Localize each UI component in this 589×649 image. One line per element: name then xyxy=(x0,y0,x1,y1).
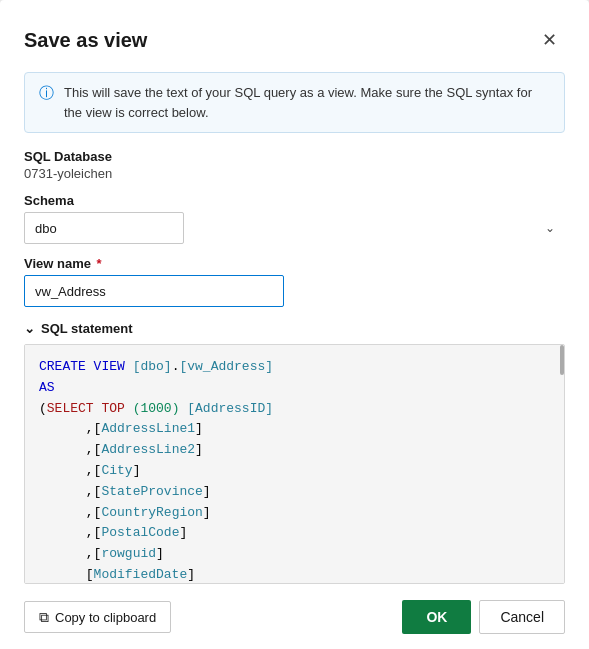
copy-to-clipboard-button[interactable]: ⧉ Copy to clipboard xyxy=(24,601,171,633)
dialog-header: Save as view ✕ xyxy=(24,24,565,56)
schema-select-wrapper: dbo sys guest ⌄ xyxy=(24,212,565,244)
sql-line-3: (SELECT TOP (1000) [AddressID] xyxy=(39,399,550,420)
cancel-button[interactable]: Cancel xyxy=(479,600,565,634)
sql-database-section: SQL Database 0731-yoleichen xyxy=(24,149,565,193)
sql-statement-label: SQL statement xyxy=(41,321,133,336)
schema-select[interactable]: dbo sys guest xyxy=(24,212,184,244)
sql-line-1: CREATE VIEW [dbo].[vw_Address] xyxy=(39,357,550,378)
sql-statement-box: CREATE VIEW [dbo].[vw_Address] AS (SELEC… xyxy=(24,344,565,584)
sql-line-7: ,[StateProvince] xyxy=(39,482,550,503)
view-name-label: View name * xyxy=(24,256,565,271)
sql-line-2: AS xyxy=(39,378,550,399)
sql-line-11: [ModifiedDate] xyxy=(39,565,550,584)
sql-statement-toggle[interactable]: ⌄ SQL statement xyxy=(24,321,565,336)
dialog-footer: ⧉ Copy to clipboard OK Cancel xyxy=(24,600,565,634)
required-indicator: * xyxy=(93,256,102,271)
sql-line-4: ,[AddressLine1] xyxy=(39,419,550,440)
sql-line-6: ,[City] xyxy=(39,461,550,482)
chevron-down-icon: ⌄ xyxy=(545,221,555,235)
sql-database-label: SQL Database xyxy=(24,149,565,164)
sql-database-value: 0731-yoleichen xyxy=(24,166,565,181)
confirm-buttons: OK Cancel xyxy=(402,600,565,634)
sql-line-10: ,[rowguid] xyxy=(39,544,550,565)
dialog-title: Save as view xyxy=(24,29,147,52)
info-banner-text: This will save the text of your SQL quer… xyxy=(64,83,550,122)
view-name-input[interactable] xyxy=(24,275,284,307)
view-name-section: View name * xyxy=(24,256,565,321)
info-icon: ⓘ xyxy=(39,84,54,103)
sql-line-9: ,[PostalCode] xyxy=(39,523,550,544)
info-banner: ⓘ This will save the text of your SQL qu… xyxy=(24,72,565,133)
close-button[interactable]: ✕ xyxy=(533,24,565,56)
schema-section: Schema dbo sys guest ⌄ xyxy=(24,193,565,256)
scrollbar[interactable] xyxy=(560,345,564,375)
schema-label: Schema xyxy=(24,193,565,208)
close-icon: ✕ xyxy=(542,29,557,51)
ok-button[interactable]: OK xyxy=(402,600,471,634)
save-as-view-dialog: Save as view ✕ ⓘ This will save the text… xyxy=(0,0,589,649)
sql-line-8: ,[CountryRegion] xyxy=(39,503,550,524)
sql-line-5: ,[AddressLine2] xyxy=(39,440,550,461)
copy-icon: ⧉ xyxy=(39,609,49,626)
copy-label: Copy to clipboard xyxy=(55,610,156,625)
chevron-right-icon: ⌄ xyxy=(24,321,35,336)
